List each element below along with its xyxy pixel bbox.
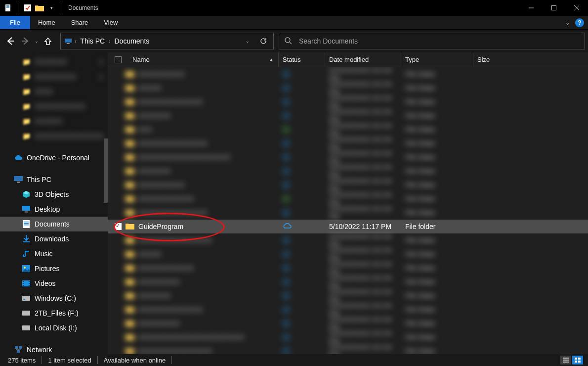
list-item[interactable]: XXXXXXXXX/XX/XXXX XX:XX PMFile folder: [108, 164, 588, 178]
list-item[interactable]: XXXXXXXXXXXXXXXXXXXXXX/XX/XXXX XX:XX PMF…: [108, 150, 588, 164]
select-all-checkbox[interactable]: [115, 56, 122, 63]
network-icon: [14, 345, 23, 354]
breadcrumb[interactable]: › This PC › Documents ⌄: [60, 33, 274, 49]
list-item[interactable]: XXXXX/XX/XXXX XX:XX PMFile folder: [108, 123, 588, 137]
list-item[interactable]: XXXXXXXXXXXX/XX/XXXX XX:XX PMFile folder: [108, 67, 588, 81]
chevron-right-icon[interactable]: ›: [73, 39, 78, 44]
tree-item-cdrive[interactable]: Windows (C:): [0, 291, 108, 306]
qat-dropdown-icon[interactable]: ▾: [47, 3, 56, 12]
navigation-tree[interactable]: 📁XXXXXXXx 📁XXXXXXXXXx 📁XXXX 📁XXXXXXXXXXX…: [0, 52, 108, 354]
view-details-button[interactable]: [560, 356, 571, 365]
tree-item[interactable]: 📁XXXXXXXx: [0, 54, 108, 69]
list-item[interactable]: XXXXXXXXXXXXXXXXX/XX/XXXX XX:XX PMFile f…: [108, 137, 588, 150]
breadcrumb-dropdown-button[interactable]: ⌄: [241, 34, 254, 48]
svg-rect-27: [23, 281, 24, 282]
list-item[interactable]: XXXXXXXXX/XX/XXXX XX:XX PMFile folder: [108, 289, 588, 303]
svg-rect-17: [22, 206, 30, 211]
refresh-button[interactable]: [256, 34, 270, 48]
nav-scrollbar-thumb[interactable]: [104, 138, 108, 203]
tab-file[interactable]: File: [0, 16, 30, 29]
checklist-icon[interactable]: [23, 3, 32, 12]
history-dropdown-icon[interactable]: ⌄: [35, 39, 39, 44]
view-thumbnails-button[interactable]: [572, 356, 583, 365]
svg-rect-22: [24, 225, 29, 226]
list-item[interactable]: XXXXXXXXXXXXXXXXXX/XX/XXXX XX:XX PMFile …: [108, 233, 588, 247]
col-type[interactable]: Type: [401, 52, 473, 67]
tab-share[interactable]: Share: [63, 16, 96, 29]
svg-rect-35: [22, 311, 30, 316]
help-button[interactable]: ?: [575, 18, 584, 27]
ribbon-expand-icon[interactable]: ⌄: [565, 19, 570, 26]
item-name: GuideProgram: [138, 223, 183, 230]
search-input[interactable]: [299, 37, 580, 45]
list-item[interactable]: XXXXXXXXX/XX/XXXX XX:XX PMFile folder: [108, 109, 588, 123]
tree-item-music[interactable]: Music: [0, 246, 108, 261]
svg-rect-40: [563, 358, 569, 359]
list-item[interactable]: XXXXXXXXXXXXXXXXX/XX/XXXX XX:XX PMFile f…: [108, 206, 588, 220]
tree-item-videos[interactable]: Videos: [0, 276, 108, 291]
desktop-icon: [22, 205, 31, 214]
tree-item-thispc[interactable]: This PC: [0, 172, 108, 187]
list-item[interactable]: XXXXXXXXXXX/XX/XXXX XX:XX PMFile folder: [108, 317, 588, 330]
tree-item-idrive[interactable]: Local Disk (I:): [0, 320, 108, 335]
list-item[interactable]: XXXXXXXXXXXXXXXXXX/XX/XXXX XX:XX PMFile …: [108, 344, 588, 354]
breadcrumb-seg-documents[interactable]: Documents: [112, 36, 151, 46]
search-box[interactable]: [279, 33, 585, 49]
list-item[interactable]: XXXXXXXXXXXX/XX/XXXX XX:XX PMFile folder: [108, 178, 588, 192]
list-item[interactable]: XXXXXXX/XX/XXXX XX:XX PMFile folder: [108, 81, 588, 95]
list-item[interactable]: XXXXXXXXXXX/XX/XXXX XX:XX PMFile folder: [108, 275, 588, 289]
tab-view[interactable]: View: [96, 16, 126, 29]
svg-rect-36: [22, 325, 30, 330]
chevron-right-icon[interactable]: ›: [107, 39, 112, 44]
list-item-selected[interactable]: GuideProgram 5/10/2022 11:17 PM File fol…: [108, 220, 588, 233]
minimize-button[interactable]: [520, 0, 543, 16]
svg-rect-6: [552, 6, 556, 10]
tree-item[interactable]: 📁XXXXXX: [0, 114, 108, 129]
tree-item[interactable]: 📁XXXXXXXXXx: [0, 69, 108, 84]
col-name[interactable]: Name ▲: [115, 52, 279, 67]
svg-rect-46: [578, 361, 581, 363]
list-item[interactable]: XXXXXXXXXXXXXXXX/XX/XXXX XX:XX PMFile fo…: [108, 303, 588, 317]
svg-rect-21: [24, 223, 29, 224]
close-button[interactable]: [565, 0, 588, 16]
item-type: File folder: [405, 223, 435, 230]
row-checkbox[interactable]: [115, 223, 122, 230]
list-item[interactable]: XXXXXXXXXXXXXX/XX/XXXX XX:XX PMFile fold…: [108, 261, 588, 275]
col-status[interactable]: Status: [279, 52, 325, 67]
back-button[interactable]: [5, 36, 16, 46]
up-button[interactable]: [42, 36, 53, 46]
column-headers[interactable]: Name ▲ Status Date modified Type Size: [108, 52, 588, 67]
tree-item-onedrive[interactable]: OneDrive - Personal: [0, 150, 108, 165]
tree-item-downloads[interactable]: Downloads: [0, 231, 108, 246]
downloads-icon: [22, 234, 31, 243]
svg-rect-30: [29, 281, 30, 282]
svg-rect-12: [67, 43, 70, 44]
tree-item[interactable]: 📁XXXXXXXXXXXXXXX: [0, 129, 108, 143]
list-item[interactable]: XXXXXXXXXXXXXXXXXXXXXXXXX/XX/XXXX XX:XX …: [108, 330, 588, 344]
svg-rect-34: [23, 299, 25, 300]
tab-home[interactable]: Home: [30, 16, 63, 29]
tree-item-desktop[interactable]: Desktop: [0, 202, 108, 217]
col-date[interactable]: Date modified: [325, 52, 401, 67]
list-item[interactable]: XXXXXXXXXXXXXX/XX/XXXX XX:XX PMFile fold…: [108, 192, 588, 206]
breadcrumb-seg-thispc[interactable]: This PC: [78, 36, 107, 46]
svg-rect-32: [29, 285, 30, 286]
tree-item-network[interactable]: Network: [0, 342, 108, 354]
maximize-button[interactable]: [543, 0, 565, 16]
list-item[interactable]: XXXXXXX/XX/XXXX XX:XX PMFile folder: [108, 247, 588, 261]
tree-item-fdrive[interactable]: 2TB_Files (F:): [0, 306, 108, 320]
tree-item-3dobjects[interactable]: 3D Objects: [0, 187, 108, 202]
tree-item[interactable]: 📁XXXXXXXXXXX: [0, 99, 108, 114]
item-date: 5/10/2022 11:17 PM: [329, 223, 391, 230]
col-size[interactable]: Size: [473, 52, 552, 67]
list-item[interactable]: XXXXXXXXXXXXXXXX/XX/XXXX XX:XX PMFile fo…: [108, 95, 588, 109]
file-list[interactable]: XXXXXXXXXXXX/XX/XXXX XX:XX PMFile folder…: [108, 67, 588, 354]
properties-icon[interactable]: [4, 3, 13, 12]
tree-item[interactable]: 📁XXXX: [0, 84, 108, 99]
tree-item-pictures[interactable]: Pictures: [0, 261, 108, 276]
svg-rect-20: [24, 222, 29, 223]
forward-button[interactable]: [20, 36, 31, 46]
folder-icon[interactable]: [35, 3, 44, 12]
search-icon: [284, 37, 292, 46]
tree-item-documents[interactable]: Documents: [0, 217, 108, 231]
